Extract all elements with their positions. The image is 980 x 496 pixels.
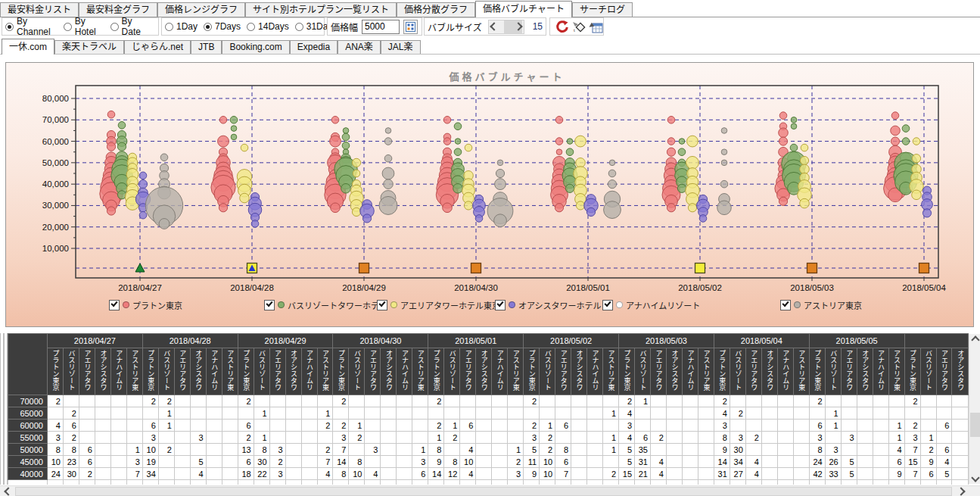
table-cell: [126, 480, 142, 485]
table-scroll-up-button[interactable]: [969, 334, 980, 346]
table-cell: 26: [825, 456, 841, 468]
radio-days-1[interactable]: 7Days: [204, 21, 241, 32]
main-tab-3[interactable]: サイト別ホテルプラン一覧リスト: [245, 2, 397, 17]
channel-tab-2[interactable]: じゃらん.net: [124, 40, 191, 54]
main-tab-2[interactable]: 価格レンジグラフ: [157, 2, 245, 17]
channel-tab-0[interactable]: 一休.com: [2, 39, 54, 55]
channel-tab-7[interactable]: JAL楽: [381, 40, 421, 54]
table-cell: 4: [888, 444, 904, 456]
refresh-icon[interactable]: [555, 19, 570, 34]
legend-checkbox[interactable]: [264, 300, 275, 310]
legend-checkbox[interactable]: [780, 300, 791, 310]
radio-groupby-1[interactable]: By Hotel: [64, 16, 104, 37]
channel-tab-3[interactable]: JTB: [191, 40, 222, 54]
bubble-size-increase-button[interactable]: [513, 20, 524, 33]
table-hscroll-thumb[interactable]: [15, 487, 952, 496]
table-vertical-scrollbar[interactable]: [969, 334, 980, 484]
table-cell: 3: [524, 432, 540, 444]
legend-item-2[interactable]: アエリアタワーホテル東京: [377, 299, 500, 310]
table-cell: [508, 395, 524, 407]
bubble: [555, 138, 563, 145]
bubble-size-scrollbar[interactable]: [488, 20, 525, 34]
legend-checkbox[interactable]: [377, 300, 387, 310]
main-tab-0[interactable]: 最安料金リスト: [0, 2, 79, 17]
channel-tab-1[interactable]: 楽天トラベル: [54, 40, 124, 54]
table-cell: [301, 432, 317, 444]
table-cell: [841, 407, 857, 420]
table-hotel-header-cell: プラトン東京: [809, 348, 825, 395]
table-cell: [825, 432, 841, 444]
table-cell: [651, 444, 667, 456]
channel-tab-4[interactable]: Booking.com: [222, 40, 289, 54]
table-cell: [603, 456, 619, 468]
table-horizontal-scrollbar[interactable]: [0, 485, 980, 496]
table-cell: [682, 395, 698, 407]
table-cell: [317, 480, 333, 485]
radio-days-0[interactable]: 1Day: [165, 21, 198, 32]
radio-days-2[interactable]: 14Days: [247, 21, 289, 32]
bubble: [679, 139, 685, 145]
table-scroll-right-button[interactable]: [954, 486, 968, 496]
table-hotel-header: プラトン東京: [147, 350, 154, 391]
table-cell: [269, 407, 285, 420]
legend-item-1[interactable]: バスリゾートタワーホテル: [264, 299, 387, 310]
table-cell: [492, 432, 508, 444]
channel-tab-5[interactable]: Expedia: [290, 40, 338, 54]
table-cell: [254, 420, 269, 432]
table-hotel-header: アストリア東: [226, 350, 233, 391]
export-table-icon[interactable]: [588, 19, 603, 34]
table-cell: 1: [540, 420, 555, 432]
bubble-size-decrease-button[interactable]: [489, 20, 499, 33]
table-cell: [444, 444, 460, 456]
table-cell: [793, 444, 809, 456]
table-hotel-header: バスリゾート: [639, 350, 646, 391]
legend-item-3[interactable]: オアシスタワーホテル: [495, 299, 602, 310]
table-cell: [158, 468, 174, 480]
select-diamond-icon[interactable]: t: [571, 19, 586, 34]
table-hotel-header-cell: アストリア東: [793, 348, 809, 395]
table-cell: [777, 407, 793, 420]
main-tab-4[interactable]: 価格分散グラフ: [397, 2, 475, 17]
main-tab-6[interactable]: サーチログ: [572, 2, 633, 17]
legend-item-5[interactable]: アストリア東京: [780, 299, 862, 310]
table-cell: [635, 480, 651, 485]
legend-checkbox[interactable]: [109, 300, 120, 310]
table-cell: [460, 432, 476, 444]
table-cell: 5: [190, 456, 206, 468]
table-cell: 1: [158, 420, 174, 432]
bubble: [139, 211, 147, 219]
table-date-header-2: 2018/04/29: [238, 334, 333, 348]
legend-checkbox[interactable]: [602, 300, 613, 310]
main-tab-1[interactable]: 最安料金グラフ: [79, 2, 157, 17]
table-cell: 1: [603, 407, 619, 420]
table-scroll-left-button[interactable]: [2, 486, 15, 496]
table-hotel-header: オアシスタワ: [861, 350, 868, 391]
radio-icon: [165, 23, 173, 31]
table-cell: [666, 432, 682, 444]
table-cell: [349, 395, 365, 407]
table-cell: 18: [238, 468, 254, 480]
main-tab-5[interactable]: 価格バブルチャート: [475, 1, 572, 17]
radio-groupby-0[interactable]: By Channel: [5, 16, 58, 37]
table-cell: 2: [317, 420, 333, 432]
table-scroll-down-button[interactable]: [969, 472, 980, 484]
table-cell: 7: [126, 468, 142, 480]
table-vscroll-thumb[interactable]: [970, 413, 980, 437]
legend-checkbox[interactable]: [495, 300, 506, 310]
table-corner-cell: [8, 334, 48, 395]
table-cell: [269, 432, 285, 444]
apply-icon-button[interactable]: [403, 20, 418, 34]
radio-groupby-2[interactable]: By Date: [110, 16, 149, 37]
bubble: [555, 204, 563, 212]
table-cell: [540, 480, 555, 485]
price-width-input[interactable]: [362, 20, 400, 34]
channel-tab-6[interactable]: ANA楽: [338, 40, 381, 54]
table-cell: [920, 407, 936, 420]
legend-item-0[interactable]: プラトン東京: [109, 299, 182, 310]
bubble: [454, 148, 462, 156]
table-hotel-header-cell: アナハイムリ: [206, 348, 222, 395]
table-cell: 3: [365, 444, 381, 456]
bubble: [609, 160, 615, 166]
bubble: [800, 198, 810, 208]
legend-item-4[interactable]: アナハイムリゾート: [602, 299, 700, 310]
